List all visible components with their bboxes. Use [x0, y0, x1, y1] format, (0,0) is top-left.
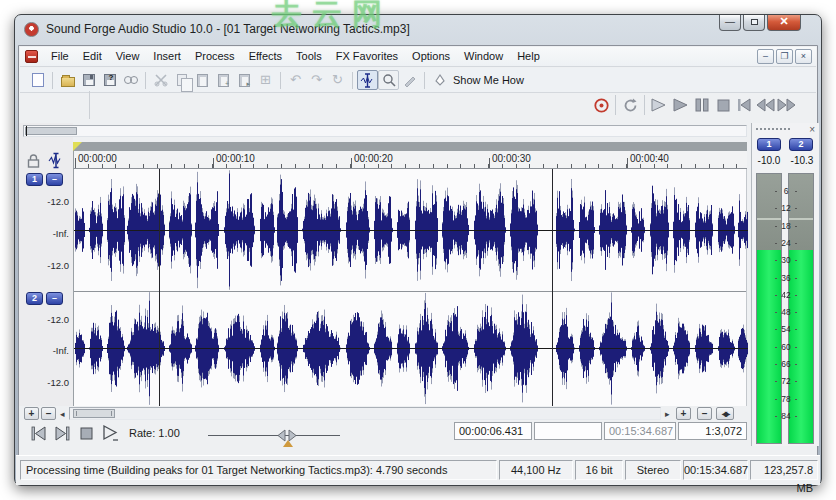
pause-button[interactable]	[692, 93, 712, 117]
selection-length-display[interactable]: 00:15:34.687	[604, 422, 676, 440]
go-end-small-button[interactable]	[51, 423, 73, 443]
stop-icon	[716, 98, 731, 113]
paste-mix-button[interactable]: +	[213, 70, 234, 90]
overview-thumb[interactable]	[25, 127, 77, 135]
rate-center-marker	[283, 440, 293, 447]
menu-item-tools[interactable]: Tools	[289, 47, 329, 66]
go-start-small-button[interactable]	[27, 423, 49, 443]
scrollbar-thumb[interactable]	[73, 409, 115, 418]
copy-button[interactable]	[171, 70, 192, 90]
zoom-ratio-display[interactable]: 1:3,072	[678, 422, 747, 440]
loop-playback-button[interactable]	[620, 93, 640, 117]
minimize-button[interactable]: —	[719, 15, 741, 31]
menu-item-fx-favorites[interactable]: FX Favorites	[329, 47, 405, 66]
forward-button[interactable]	[777, 93, 797, 117]
channel-1-minimize-button[interactable]: –	[46, 173, 63, 186]
stop-button[interactable]	[713, 93, 733, 117]
document-icon[interactable]	[25, 50, 38, 63]
meter-scale-label: 48	[773, 307, 799, 317]
menu-item-effects[interactable]: Effects	[242, 47, 289, 66]
meters-grip[interactable]	[756, 128, 790, 130]
zoom-in-button[interactable]: +	[24, 407, 39, 420]
gutter-edit-tool-icon[interactable]	[48, 152, 64, 169]
paste-new-button[interactable]: ▸	[234, 70, 255, 90]
marker-line[interactable]	[552, 169, 553, 406]
undo-button[interactable]: ↶	[285, 70, 306, 90]
menu-item-process[interactable]: Process	[188, 47, 242, 66]
meters-close-button[interactable]: ×	[809, 124, 815, 135]
ruler-minor-tick	[543, 164, 544, 168]
redo-button[interactable]: ↷	[306, 70, 327, 90]
menu-item-help[interactable]: Help	[510, 47, 547, 66]
close-button[interactable]: ✕	[767, 15, 801, 31]
channel-2-button[interactable]: 2	[26, 292, 43, 305]
menu-item-insert[interactable]: Insert	[146, 47, 188, 66]
menu-item-window[interactable]: Window	[457, 47, 510, 66]
record-button[interactable]	[591, 93, 611, 117]
menu-item-view[interactable]: View	[109, 47, 147, 66]
repeat-button[interactable]: ↻	[327, 70, 348, 90]
mdi-close-button[interactable]: ×	[795, 49, 812, 64]
show-me-how-label[interactable]: Show Me How	[453, 74, 524, 86]
new-file-button[interactable]	[27, 70, 48, 90]
save-button[interactable]	[78, 70, 99, 90]
time-zoom-in-button[interactable]: +	[676, 407, 691, 420]
save-as-button[interactable]	[99, 70, 120, 90]
channel-2-minimize-button[interactable]: –	[46, 292, 63, 305]
edit-tool-button[interactable]	[357, 70, 378, 90]
selection-end-display[interactable]	[534, 422, 602, 440]
menu-item-file[interactable]: File	[44, 47, 76, 66]
play-small-button[interactable]	[99, 423, 121, 443]
go-to-start-button[interactable]	[734, 93, 754, 117]
status-sample-rate[interactable]: 44,100 Hz	[499, 460, 573, 480]
overview-bar[interactable]	[23, 125, 747, 137]
rewind-button[interactable]	[755, 93, 775, 117]
waveform-display[interactable]	[73, 169, 747, 406]
status-file-size: 123,257.8 MB	[750, 460, 818, 480]
open-button[interactable]	[57, 70, 78, 90]
horizontal-scrollbar[interactable]	[69, 407, 661, 420]
loop-region-bar[interactable]	[73, 142, 747, 151]
scroll-left-arrow[interactable]: ◂	[60, 409, 65, 419]
position-display[interactable]: 00:00:06.431	[454, 422, 532, 440]
pencil-button[interactable]	[399, 70, 420, 90]
scroll-right-arrow[interactable]: ▸	[665, 409, 670, 419]
paste-button[interactable]	[192, 70, 213, 90]
maximize-icon	[751, 19, 758, 25]
playback-cursor[interactable]	[159, 169, 160, 406]
trim-crop-icon: ⊞	[260, 73, 271, 87]
title-bar[interactable]: Sound Forge Audio Studio 10.0 - [01 Targ…	[15, 15, 821, 45]
magnify-button[interactable]	[378, 70, 399, 90]
rate-slider[interactable]	[208, 435, 340, 436]
zoom-fit-button[interactable]: ◂▸	[716, 407, 734, 420]
cut-button[interactable]	[150, 70, 171, 90]
status-channels[interactable]: Stereo	[625, 460, 681, 480]
status-bit-depth[interactable]: 16 bit	[575, 460, 623, 480]
waveform-channel-1[interactable]	[74, 169, 748, 291]
timeline-ruler[interactable]: 00:00:0000:00:1000:00:2000:00:3000:00:40	[73, 151, 747, 169]
meter-channel-2-button[interactable]: 2	[789, 138, 813, 151]
play-button[interactable]	[671, 93, 691, 117]
play-all-button[interactable]	[649, 93, 669, 117]
status-length: 00:15:34.687	[683, 460, 748, 480]
meter-channel-1-button[interactable]: 1	[757, 138, 781, 151]
trim-button[interactable]: ⊞	[255, 70, 276, 90]
time-zoom-out-button[interactable]: –	[697, 407, 712, 420]
zoom-out-button[interactable]: –	[41, 407, 56, 420]
loop-start-marker[interactable]	[73, 142, 82, 151]
stop-small-button[interactable]	[75, 423, 97, 443]
overview-cursor	[26, 126, 27, 136]
channel-1-button[interactable]: 1	[26, 173, 43, 186]
menu-item-options[interactable]: Options	[405, 47, 457, 66]
mdi-minimize-button[interactable]: –	[757, 49, 774, 64]
waveform-channel-2[interactable]	[74, 291, 748, 406]
mdi-restore-button[interactable]: ❐	[776, 49, 793, 64]
publish-button[interactable]	[120, 70, 141, 90]
meter-2-peak-value: -10.3	[786, 155, 818, 166]
menu-item-edit[interactable]: Edit	[76, 47, 109, 66]
show-me-how-button[interactable]	[429, 70, 450, 90]
lock-icon[interactable]	[27, 154, 40, 168]
pause-icon	[694, 97, 710, 113]
play-all-icon	[649, 97, 669, 113]
maximize-button[interactable]	[743, 15, 765, 31]
